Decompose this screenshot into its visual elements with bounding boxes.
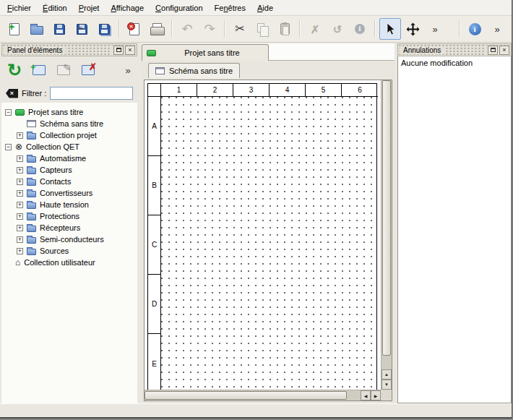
tree-item-sources[interactable]: +Sources [1,245,137,257]
save-as-button[interactable]: ✎ [71,18,92,40]
menu-item-aide[interactable]: Aide [251,1,279,15]
close-dock-button[interactable]: × [499,46,509,55]
tree-item-collection-qet[interactable]: −⊗Collection QET [1,141,137,153]
panel-overflow-button[interactable]: » [121,60,134,80]
save-all-button[interactable] [93,18,115,40]
tree-item-haute-tension[interactable]: +Haute tension [1,199,137,210]
vertical-scrollbar[interactable]: ▲ ▼ [381,80,392,390]
pan-mode-button[interactable] [402,18,423,40]
float-dock-button[interactable] [488,46,498,55]
scroll-right-button[interactable]: ▶ [371,390,381,400]
expander-icon[interactable]: + [17,248,23,254]
print-button[interactable] [146,18,168,40]
menu-mnemonic: C [155,4,161,12]
edit-element-icon: ✎ [57,65,70,75]
menu-mnemonic: F [7,4,12,12]
elements-panel-toolbar: ↻ + ✎ ✗ » [1,56,137,84]
redo-button[interactable]: ↷ [199,18,220,40]
expander-icon[interactable]: + [17,132,23,139]
rotate-button[interactable]: ↺ [327,18,348,40]
row-header: E [148,334,161,390]
qet-collection-icon: ⊗ [15,142,22,151]
undo-dock-title: Annulations [400,46,444,54]
toolbar-overflow-button[interactable]: » [424,18,446,40]
menu-item-fichier[interactable]: Fichier [1,1,37,15]
tree-item-semi-conducteurs[interactable]: +Semi-conducteurs [1,233,137,245]
folder-icon [27,133,36,140]
diagram-canvas[interactable]: 1 2 3 4 5 6 A B C D E [145,80,381,390]
edit-element-button[interactable]: ✎ [53,60,74,80]
row-header: C [148,215,161,275]
delete-button[interactable]: ✗ [304,18,326,40]
toolbar-separator [171,20,173,38]
properties-button[interactable]: i [349,18,371,40]
scroll-down-button[interactable]: ▼ [381,380,392,390]
close-file-button[interactable]: × [124,18,145,40]
about-button[interactable]: i [464,18,486,40]
select-mode-button[interactable] [379,18,401,40]
clear-filter-icon[interactable]: × [6,89,18,98]
close-dock-button[interactable]: × [125,46,135,55]
reload-collections-button[interactable]: ↻ [4,60,25,80]
toolbar-separator [459,20,460,38]
tree-item-convertisseurs[interactable]: +Convertisseurs [1,187,137,199]
menu-text: ichier [12,4,31,12]
column-header: 6 [342,84,378,97]
tree-item-capteurs[interactable]: +Capteurs [1,164,137,176]
expander-icon[interactable]: − [5,109,12,116]
undo-history-list[interactable]: Aucune modification [397,56,512,403]
menu-item-affichage[interactable]: Affichage [105,1,150,15]
tree-item-recepteurs[interactable]: +Récepteurs [1,222,137,233]
elements-panel-titlebar[interactable]: Panel d'éléments × [1,43,137,56]
scroll-up-button[interactable]: ▲ [381,369,392,380]
dot-grid[interactable] [161,97,376,390]
save-button[interactable] [48,18,70,40]
expander-icon[interactable]: + [17,202,23,208]
diagram-sheet[interactable]: 1 2 3 4 5 6 A B C D E [147,83,377,390]
menu-item-fenetres[interactable]: Fenêtres [209,1,251,15]
expander-icon[interactable]: − [5,144,12,150]
menu-item-edition[interactable]: Édition [37,1,73,15]
tree-item-label: Collection projet [40,131,97,140]
paste-button[interactable] [274,18,296,40]
open-folder-icon [30,26,43,35]
expander-icon[interactable]: + [17,179,23,185]
tree-item-contacts[interactable]: +Contacts [1,176,137,187]
tab-schema-sans-titre[interactable]: Schéma sans titre [148,63,240,78]
menu-item-projet[interactable]: Projet [73,1,105,15]
delete-element-button[interactable]: ✗ [78,60,98,80]
tab-projet-sans-titre[interactable]: Projet sans titre [142,44,269,61]
expander-icon[interactable]: + [17,155,23,162]
float-icon [116,48,121,52]
tree-item-collection-utilisateur[interactable]: ⌂Collection utilisateur [1,257,137,268]
expander-icon[interactable]: + [17,167,23,173]
filter-input[interactable] [50,87,133,100]
open-file-button[interactable] [26,18,48,40]
undo-dock-titlebar[interactable]: Annulations × [397,43,512,56]
column-header: 3 [233,84,270,97]
tree-item-automatisme[interactable]: +Automatisme [1,153,137,164]
tree-item-protections[interactable]: +Protections [1,210,137,222]
tree-item-projet-sans-titre[interactable]: −Projet sans titre [1,106,137,118]
vertical-scrollbar-thumb[interactable] [382,80,391,356]
new-element-button[interactable]: + [29,60,49,80]
help-overflow-button[interactable]: » [486,18,508,40]
application-window: Fichier Édition Projet Affichage Configu… [0,0,512,419]
expander-icon[interactable]: + [17,236,23,243]
new-file-button[interactable]: + [4,18,25,40]
expander-icon[interactable]: + [17,213,23,220]
cut-button[interactable]: ✂ [229,18,251,40]
float-dock-button[interactable] [113,46,124,55]
copy-button[interactable] [251,18,273,40]
filter-label: Filtrer : [22,89,46,98]
expander-icon[interactable]: + [17,190,23,197]
horizontal-scrollbar-thumb[interactable] [145,391,347,400]
tree-item-collection-projet[interactable]: +Collection projet [1,129,137,141]
scroll-left-button[interactable]: ◀ [361,390,371,400]
menu-item-configuration[interactable]: Configuration [150,1,208,15]
tree-item-schema-sans-titre[interactable]: Schéma sans titre [1,118,137,129]
horizontal-scrollbar[interactable]: ◀ ▶ [145,390,381,400]
folder-icon [27,202,36,209]
undo-button[interactable]: ↶ [176,18,198,40]
expander-icon[interactable]: + [17,225,23,231]
